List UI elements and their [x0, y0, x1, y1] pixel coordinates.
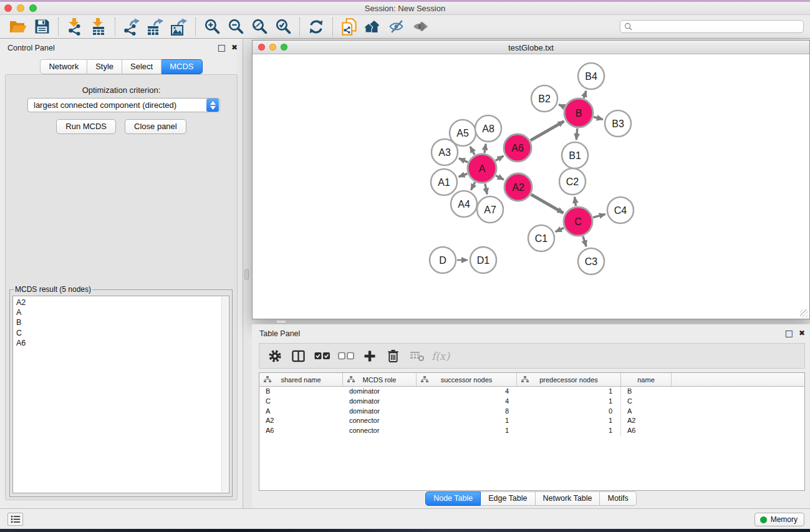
column-header-predecessor-nodes[interactable]: predecessor nodes [517, 373, 621, 386]
run-mcds-button[interactable]: Run MCDS [56, 119, 116, 134]
vertical-splitter-handle[interactable] [244, 269, 249, 279]
table-cell[interactable]: A2 [621, 416, 672, 426]
table-row[interactable]: A2connector11A2 [259, 416, 804, 426]
export-image-button[interactable] [167, 17, 191, 37]
delete-row-button[interactable] [384, 347, 402, 365]
graph-edge-A-A3[interactable] [459, 158, 468, 162]
table-row[interactable]: A6connector11A6 [259, 426, 804, 436]
graph-edge-B-B3[interactable] [594, 117, 603, 120]
zoom-in-button[interactable] [200, 17, 224, 37]
table-cell[interactable]: B [259, 387, 343, 397]
home-button[interactable] [361, 17, 385, 37]
table-cell[interactable]: C [259, 397, 343, 407]
table-cell[interactable]: 1 [517, 416, 621, 426]
open-session-button[interactable] [6, 17, 30, 37]
graph-edge-A2-C[interactable] [531, 195, 564, 213]
graph-edge-A-A5[interactable] [470, 147, 475, 155]
graph-node-C1[interactable]: C1 [528, 225, 554, 251]
table-close-panel-icon[interactable] [799, 329, 805, 338]
table-cell[interactable]: B [621, 387, 672, 397]
export-network-button[interactable] [120, 17, 143, 37]
graph-edge-C-C1[interactable] [556, 228, 564, 231]
table-cell[interactable]: 8 [417, 407, 517, 417]
tab-network-table[interactable]: Network Table [536, 491, 600, 506]
optimization-criterion-select[interactable]: largest connected component (directed) [27, 98, 220, 112]
horizontal-splitter-handle[interactable] [276, 320, 286, 324]
graph-node-A7[interactable]: A7 [477, 196, 503, 223]
column-header-shared-name[interactable]: shared name [259, 373, 343, 386]
column-header-MCDS-role[interactable]: MCDS role [343, 373, 417, 386]
zoom-fit-button[interactable] [248, 17, 271, 37]
table-row[interactable]: Adominator80A [259, 407, 804, 417]
refresh-button[interactable] [304, 17, 328, 37]
result-scrollbar[interactable] [221, 297, 228, 492]
graph-node-A2[interactable]: A2 [504, 173, 532, 201]
export-table-button[interactable] [143, 17, 167, 37]
graph-node-C[interactable]: C [564, 207, 592, 236]
table-float-panel-icon[interactable] [785, 329, 793, 338]
graph-node-B4[interactable]: B4 [578, 63, 604, 89]
graph-node-A8[interactable]: A8 [475, 115, 501, 142]
table-cell[interactable]: dominator [343, 407, 417, 417]
table-cell[interactable]: 1 [517, 387, 621, 397]
show-columns-button[interactable] [289, 347, 307, 365]
graph-edge-B-B2[interactable] [559, 105, 564, 107]
mcds-result-item[interactable]: A6 [16, 338, 229, 348]
import-network-button[interactable] [63, 17, 87, 37]
mcds-result-list[interactable]: A2ABCA6 [12, 296, 229, 493]
table-settings-button[interactable] [266, 347, 284, 365]
close-panel-button[interactable]: Close panel [125, 119, 186, 134]
mcds-result-item[interactable]: C [16, 328, 229, 338]
table-cell[interactable]: dominator [343, 387, 417, 397]
delete-table-button[interactable] [408, 347, 426, 365]
eye-button[interactable] [408, 17, 432, 37]
graph-node-B2[interactable]: B2 [531, 85, 557, 112]
network-canvas[interactable]: AA1A2A3A4A5A6A7A8BB1B2B3B4CC1C2C3C4DD1 [253, 55, 809, 318]
graph-node-A5[interactable]: A5 [450, 120, 476, 146]
toggle-visibility-button[interactable] [385, 17, 408, 37]
table-cell[interactable]: 1 [417, 416, 517, 426]
add-row-button[interactable] [360, 347, 378, 365]
table-cell[interactable]: A2 [259, 416, 343, 426]
zoom-selected-button[interactable] [271, 17, 295, 37]
column-header-name[interactable]: name [621, 373, 672, 386]
table-row[interactable]: Bdominator41B [259, 387, 804, 397]
table-cell[interactable]: 4 [417, 387, 517, 397]
search-input[interactable] [635, 22, 799, 31]
node-table[interactable]: shared nameMCDS rolesuccessor nodesprede… [259, 372, 805, 491]
tab-mcds[interactable]: MCDS [162, 59, 202, 74]
graph-node-B3[interactable]: B3 [605, 110, 631, 137]
tab-select[interactable]: Select [122, 59, 162, 74]
graph-edge-A-A4[interactable] [471, 182, 475, 190]
graph-node-B[interactable]: B [564, 99, 593, 127]
window-resize-grip[interactable] [800, 309, 808, 317]
graph-node-C2[interactable]: C2 [559, 168, 586, 195]
mcds-result-item[interactable]: A2 [16, 297, 229, 307]
import-table-button[interactable] [87, 17, 110, 37]
duplicate-network-button[interactable] [337, 17, 361, 37]
table-cell[interactable]: A6 [259, 426, 343, 436]
graph-node-C4[interactable]: C4 [607, 197, 634, 223]
save-session-button[interactable] [30, 17, 54, 37]
table-cell[interactable]: 4 [417, 397, 517, 407]
table-cell[interactable]: A [621, 407, 672, 417]
search-box[interactable] [620, 20, 804, 33]
tab-edge-table[interactable]: Edge Table [481, 491, 535, 506]
table-cell[interactable]: connector [343, 426, 417, 436]
graph-edge-B-B1[interactable] [576, 128, 577, 140]
network-window-titlebar[interactable]: testGlobe.txt [253, 41, 809, 54]
table-cell[interactable]: A [259, 407, 343, 417]
graph-node-A6[interactable]: A6 [504, 134, 531, 162]
table-cell[interactable]: connector [343, 416, 417, 426]
mcds-result-item[interactable]: A [16, 307, 229, 317]
graph-edge-A-A8[interactable] [485, 144, 486, 153]
graph-node-A1[interactable]: A1 [431, 169, 457, 195]
show-panels-button[interactable] [7, 513, 23, 526]
graph-node-D[interactable]: D [430, 247, 456, 273]
deselect-all-button[interactable] [337, 347, 355, 365]
table-cell[interactable]: C [621, 397, 672, 407]
table-row[interactable]: Cdominator41C [259, 397, 804, 407]
mcds-result-item[interactable]: B [16, 317, 229, 327]
close-panel-icon[interactable] [231, 43, 238, 52]
tab-node-table[interactable]: Node Table [425, 491, 481, 506]
